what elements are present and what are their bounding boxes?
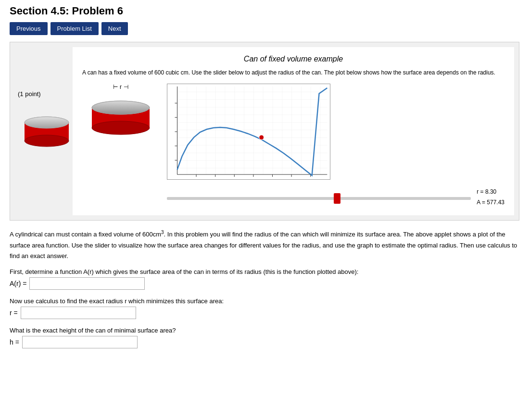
- r-value: r = 8.30: [477, 187, 504, 198]
- left-panel: (1 point): [15, 47, 73, 215]
- question-1-block: First, determine a function A(r) which g…: [10, 268, 519, 290]
- question-2-block: Now use calculus to find the exact radiu…: [10, 297, 519, 319]
- q1-prefix: A(r) =: [10, 280, 26, 287]
- question-3-block: What is the exact height of the can of m…: [10, 327, 519, 348]
- can-large-svg: [87, 93, 154, 136]
- q3-prefix: h =: [10, 338, 19, 346]
- q2-input[interactable]: [21, 307, 136, 319]
- slider-section: r = 8.30 A = 577.43: [167, 187, 504, 208]
- q3-answer-row: h =: [10, 336, 519, 348]
- previous-button[interactable]: Previous: [10, 22, 48, 35]
- svg-point-7: [92, 101, 150, 114]
- nav-buttons: Previous Problem List Next: [10, 22, 519, 35]
- q3-input[interactable]: [22, 336, 138, 348]
- graph-svg: [167, 84, 330, 180]
- radius-slider[interactable]: [167, 197, 471, 200]
- next-button[interactable]: Next: [101, 22, 128, 35]
- graph-container: r = 8.30 A = 577.43: [167, 84, 504, 208]
- can-img-area: ⊢ r ⊣: [82, 84, 159, 136]
- stats-display: r = 8.30 A = 577.43: [477, 187, 504, 208]
- chart-area: ⊢ r ⊣: [82, 84, 504, 208]
- description: A can has a fixed volume of 600 cubic cm…: [82, 68, 504, 77]
- svg-point-6: [92, 121, 150, 135]
- problem-list-button[interactable]: Problem List: [50, 22, 99, 35]
- q1-label: First, determine a function A(r) which g…: [10, 268, 519, 275]
- A-value: A = 577.43: [477, 198, 504, 208]
- svg-point-2: [25, 135, 69, 147]
- q1-answer-row: A(r) =: [10, 277, 519, 290]
- svg-rect-8: [177, 86, 327, 174]
- radius-symbol: r: [120, 84, 122, 90]
- svg-point-3: [25, 117, 69, 128]
- curve-point: [259, 135, 264, 140]
- example-title: Can of fixed volume example: [82, 55, 504, 63]
- q1-input[interactable]: [29, 277, 145, 290]
- can-svg: [18, 112, 76, 150]
- q2-label: Now use calculus to find the exact radiu…: [10, 297, 519, 305]
- radius-label: ⊢ r ⊣: [113, 84, 128, 90]
- q2-prefix: r =: [10, 309, 18, 317]
- point-label: (1 point): [18, 90, 70, 98]
- can-illustration: [18, 112, 70, 152]
- q3-label: What is the exact height of the can of m…: [10, 327, 519, 334]
- slider-wrapper[interactable]: [167, 194, 471, 201]
- problem-text: A cylindrical can must contain a fixed v…: [10, 228, 519, 261]
- right-panel: Can of fixed volume example A can has a …: [73, 47, 514, 215]
- q2-answer-row: r =: [10, 307, 519, 319]
- main-content-box: (1 point) Can of fi: [10, 42, 519, 221]
- page-title: Section 4.5: Problem 6: [10, 5, 519, 17]
